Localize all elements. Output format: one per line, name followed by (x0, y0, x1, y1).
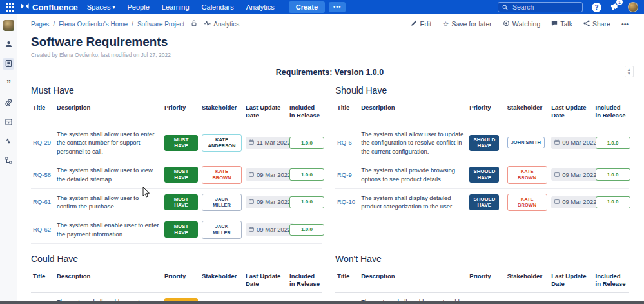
column-header: Included in Release (288, 100, 322, 125)
section-must-have: Must Have TitleDescriptionPriorityStakeh… (31, 85, 322, 244)
star-icon: ☆ (443, 21, 449, 27)
sidebar-item-calendar[interactable] (3, 116, 14, 128)
requirement-link[interactable]: RQ-6 (337, 139, 352, 146)
confluence-logo[interactable]: Confluence (21, 2, 78, 12)
requirement-link[interactable]: RQ-62 (33, 226, 51, 233)
search-input[interactable] (511, 3, 578, 12)
sidebar-item-profile[interactable] (3, 39, 14, 50)
requirement-row: RQ-10The system shall display detailed p… (335, 188, 629, 216)
quote-icon: ” (6, 80, 10, 86)
requirement-link[interactable]: RQ-9 (337, 171, 352, 178)
release-badge: 1.0.0 (596, 137, 630, 149)
nav-people[interactable]: People (128, 3, 150, 11)
page-analytics-button[interactable]: Analytics (204, 20, 239, 28)
user-avatar[interactable] (628, 2, 638, 12)
column-header: Last Update Date (244, 100, 288, 125)
sidebar-item-blog[interactable]: ” (3, 77, 14, 89)
share-icon (583, 20, 590, 28)
calendar-icon (554, 170, 560, 179)
nav-analytics[interactable]: Analytics (246, 3, 275, 11)
calendar-icon (249, 138, 254, 147)
sidebar-item-attachments[interactable] (3, 97, 14, 108)
space-avatar[interactable] (3, 20, 14, 31)
share-button[interactable]: Share (583, 20, 610, 28)
nav-calendars[interactable]: Calendars (202, 3, 234, 11)
section-wont-have: Won't Have TitleDescriptionPriorityStake… (335, 254, 629, 304)
nav-learning[interactable]: Learning (162, 3, 190, 11)
help-button[interactable]: ? (592, 3, 601, 12)
lock-icon (191, 20, 197, 28)
column-header: Stakeholder (200, 269, 244, 293)
requirement-link[interactable]: RQ-10 (337, 198, 355, 205)
sidebar-item-analytics[interactable] (3, 136, 14, 147)
column-header: Stakeholder (505, 100, 549, 125)
talk-button[interactable]: Talk (551, 20, 572, 28)
search-box[interactable] (498, 2, 583, 12)
priority-badge: MUST HAVE (164, 135, 198, 151)
topnav-menu: Spaces▾ People Learning Calendars Analyt… (87, 3, 275, 11)
topnav-more-button[interactable]: ••• (329, 2, 346, 12)
confluence-logo-text: Confluence (32, 3, 78, 12)
priority-badge: MUST HAVE (164, 221, 198, 238)
requirement-description: The system shall enable user to enter th… (55, 216, 162, 244)
edit-button[interactable]: Edit (411, 20, 431, 28)
requirement-description: The system shall allow user to view the … (55, 161, 162, 188)
page-title: Software Requirements (31, 35, 629, 49)
screen-bottom-bar (0, 301, 644, 304)
last-update-date: 09 Mar 2022 (551, 168, 600, 181)
column-header: Included in Release (594, 100, 629, 125)
breadcrumb-software-project[interactable]: Software Project (137, 21, 184, 28)
column-header: Priority (162, 269, 200, 293)
column-header: Priority (162, 100, 200, 125)
create-button[interactable]: Create (289, 1, 325, 13)
chevron-down-icon: ▼ (627, 72, 631, 76)
column-header: Stakeholder (200, 100, 244, 125)
restrictions-button[interactable] (191, 20, 197, 28)
watching-button[interactable]: Watching (503, 20, 540, 28)
last-update-date: 09 Mar 2022 (246, 196, 294, 208)
sidebar-item-hierarchy[interactable] (3, 155, 14, 167)
column-header: Description (359, 100, 467, 125)
column-header: Last Update Date (549, 100, 593, 125)
release-badge: 1.0.0 (289, 224, 324, 236)
announcements-button[interactable]: 1 (610, 1, 619, 13)
sidebar-item-pages[interactable] (3, 58, 14, 70)
last-update-date: 09 Mar 2022 (551, 196, 600, 208)
requirement-description: The system shall provide browsing option… (359, 161, 467, 188)
priority-badge: SHOULD HAVE (469, 194, 499, 210)
page-content: Pages/ Elena Ovdienko's Home/ Software P… (17, 14, 644, 301)
requirements-table: TitleDescriptionPriorityStakeholderLast … (335, 269, 629, 304)
nav-spaces[interactable]: Spaces▾ (87, 3, 115, 11)
page-icon (5, 58, 12, 70)
calendar-icon (249, 170, 254, 179)
breadcrumb-home[interactable]: Elena Ovdienko's Home (59, 21, 128, 28)
requirement-description: The system shall display detailed produc… (359, 188, 467, 216)
panel-stepper[interactable]: ▲ ▼ (625, 66, 634, 77)
section-title: Should Have (335, 85, 629, 96)
save-for-later-button[interactable]: ☆ Save for later (443, 20, 492, 28)
paperclip-icon (5, 97, 12, 108)
top-navigation-bar: Confluence Spaces▾ People Learning Calen… (0, 0, 644, 14)
column-header: Title (31, 269, 55, 293)
calendar-icon (249, 198, 254, 207)
section-could-have: Could Have TitleDescriptionPriorityStake… (31, 254, 322, 304)
page-more-button[interactable]: ••• (621, 20, 629, 28)
requirement-link[interactable]: RQ-58 (33, 171, 51, 178)
app-switcher-icon[interactable] (6, 3, 14, 12)
requirement-row: RQ-9The system shall provide browsing op… (335, 161, 629, 188)
last-update-date: 09 Mar 2022 (551, 137, 600, 149)
column-header: Last Update Date (549, 269, 593, 293)
tree-icon (5, 155, 12, 167)
pencil-icon (411, 20, 417, 28)
column-header: Priority (467, 269, 505, 293)
requirement-link[interactable]: RQ-61 (33, 198, 51, 205)
last-update-date: 11 Mar 2022 (246, 137, 294, 149)
requirement-link[interactable]: RQ-29 (33, 139, 51, 146)
column-header: Description (55, 269, 162, 293)
page-byline: Created by Elena Ovdienko, last modified… (31, 52, 629, 58)
calendar-icon (554, 198, 560, 207)
section-title: Could Have (31, 254, 322, 264)
stakeholder-badge: KATE BROWN (202, 166, 242, 184)
requirement-row: RQ-62The system shall enable user to ent… (31, 216, 322, 244)
breadcrumb-pages[interactable]: Pages (31, 21, 49, 28)
